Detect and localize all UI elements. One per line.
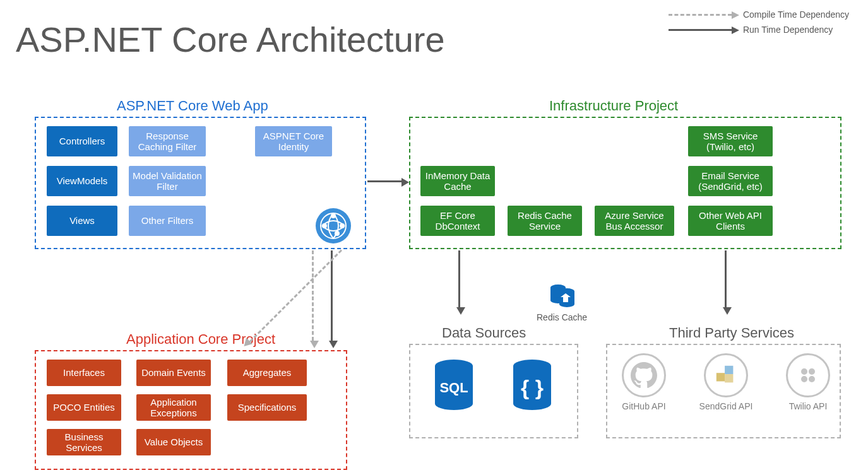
arrow-infra-to-data-sources	[458, 250, 460, 307]
heading-webapp: ASP.NET Core Web App	[117, 98, 268, 114]
diagram-title: ASP.NET Core Architecture	[16, 19, 445, 60]
chip-ef-core-dbcontext: EF Core DbContext	[420, 206, 495, 236]
twilio-icon	[786, 353, 830, 397]
legend-compile-label: Compile Time Dependency	[743, 9, 849, 20]
chip-poco-entities: POCO Entities	[47, 394, 121, 421]
legend-runtime-row: Run Time Dependency	[669, 25, 849, 35]
redis-cache-label: Redis Cache	[537, 312, 587, 322]
chip-controllers: Controllers	[47, 126, 117, 156]
svg-rect-21	[725, 374, 733, 382]
chip-value-objects: Value Objects	[136, 429, 211, 455]
data-sources-icons: SQL { }	[431, 358, 556, 417]
svg-rect-20	[725, 366, 733, 374]
chip-inmemory-cache: InMemory Data Cache	[420, 166, 495, 196]
svg-point-22	[801, 368, 807, 375]
svg-point-1	[322, 223, 327, 228]
chip-other-filters: Other Filters	[129, 206, 206, 236]
svg-point-23	[809, 368, 815, 375]
github-api-item: GitHub API	[615, 353, 672, 411]
svg-point-3	[331, 213, 336, 218]
chip-domain-events: Domain Events	[136, 360, 211, 386]
chip-redis-cache-service: Redis Cache Service	[508, 206, 582, 236]
chip-other-web-api-clients: Other Web API Clients	[688, 206, 773, 236]
solid-arrow-icon	[669, 29, 732, 31]
chip-model-validation-filter: Model Validation Filter	[129, 166, 206, 196]
github-icon	[622, 353, 666, 397]
chip-aspnet-core-identity: ASPNET Core Identity	[255, 126, 332, 156]
chip-interfaces: Interfaces	[47, 360, 121, 386]
svg-point-24	[801, 376, 807, 382]
heading-third-party: Third Party Services	[669, 325, 794, 341]
sendgrid-icon	[704, 353, 748, 397]
svg-text:{ }: { }	[521, 375, 544, 399]
arrow-webapp-to-core-compile	[312, 250, 314, 341]
chip-sms-service: SMS Service (Twilio, etc)	[688, 126, 773, 156]
svg-point-25	[809, 376, 815, 382]
svg-text:SQL: SQL	[439, 380, 468, 396]
dashed-arrow-icon	[669, 14, 732, 16]
heading-infra: Infrastructure Project	[549, 98, 678, 114]
chip-aggregates: Aggregates	[227, 360, 307, 386]
svg-point-13	[435, 397, 473, 410]
chip-response-caching-filter: Response Caching Filter	[129, 126, 206, 156]
chip-azure-service-bus: Azure Service Bus Accessor	[595, 206, 674, 236]
arrow-webapp-to-infra	[367, 180, 401, 182]
github-api-label: GitHub API	[615, 401, 672, 411]
third-party-icons: GitHub API SendGrid API Twilio API	[615, 353, 836, 411]
redis-cache-icon: Redis Cache	[537, 281, 587, 322]
chip-email-service: Email Service (SendGrid, etc)	[688, 166, 773, 196]
cosmos-db-icon: { }	[509, 358, 556, 417]
heading-data-sources: Data Sources	[442, 325, 526, 341]
legend-runtime-label: Run Time Dependency	[743, 25, 833, 35]
arrow-infra-to-third-party	[725, 250, 727, 307]
web-app-service-icon	[316, 208, 351, 243]
chip-viewmodels: ViewModels	[47, 166, 117, 196]
sendgrid-api-label: SendGrid API	[698, 401, 754, 411]
chip-specifications: Specifications	[227, 394, 307, 421]
svg-point-4	[335, 231, 340, 236]
arrow-webapp-to-core-runtime	[331, 250, 333, 341]
sendgrid-api-item: SendGrid API	[698, 353, 754, 411]
legend-compile-row: Compile Time Dependency	[669, 9, 849, 20]
svg-point-17	[513, 397, 551, 410]
sql-database-icon: SQL	[431, 358, 477, 417]
chip-views: Views	[47, 206, 117, 236]
twilio-api-label: Twilio API	[780, 401, 836, 411]
svg-rect-19	[716, 373, 725, 381]
arrow-infra-to-core-compile	[249, 249, 342, 342]
chip-application-exceptions: Application Exceptions	[136, 394, 211, 421]
chip-business-services: Business Services	[47, 429, 121, 455]
legend: Compile Time Dependency Run Time Depende…	[669, 9, 849, 40]
twilio-api-item: Twilio API	[780, 353, 836, 411]
svg-point-2	[340, 223, 345, 228]
